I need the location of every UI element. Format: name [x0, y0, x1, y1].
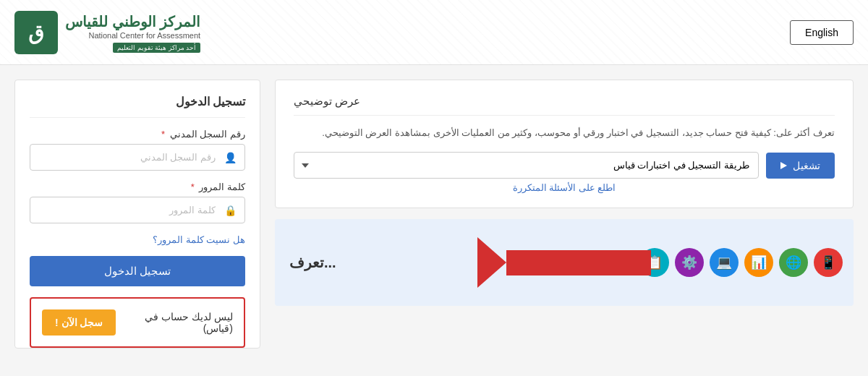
icon-cyan: 📋: [640, 248, 669, 277]
banner-text: ...تعرف: [289, 254, 336, 271]
password-input[interactable]: [30, 197, 245, 223]
person-icon: 👤: [224, 152, 237, 163]
login-title: تسجيل الدخول: [30, 95, 245, 118]
login-box: تسجيل الدخول رقم السجل المدني * 👤 كلمة ا…: [14, 80, 260, 349]
id-label: رقم السجل المدني *: [30, 129, 245, 140]
left-panel: عرض توضيحي تعرف أكثر على: كيفية فتح حساب…: [275, 80, 854, 362]
english-button[interactable]: English: [790, 20, 854, 45]
forgot-password-link[interactable]: هل نسيت كلمة المرور؟: [30, 234, 245, 245]
logo-icon: ق: [14, 11, 58, 54]
demo-title: عرض توضيحي: [294, 95, 835, 116]
logo-area: المركز الوطني للقياس National Center for…: [14, 11, 200, 54]
id-input[interactable]: [30, 144, 245, 171]
password-required-marker: *: [191, 181, 195, 192]
faq-link[interactable]: اطلع على الأسئلة المتكررة: [294, 179, 835, 193]
demo-select[interactable]: طريقة التسجيل في اختبارات قياس: [294, 152, 759, 179]
register-section: ليس لديك حساب في (قياس) سجل الآن !: [30, 297, 245, 348]
logo-arabic-name: المركز الوطني للقياس: [65, 12, 200, 31]
demo-controls: تشغيل طريقة التسجيل في اختبارات قياس: [294, 152, 835, 179]
register-button[interactable]: سجل الآن !: [42, 309, 116, 336]
icon-blue: 💻: [710, 248, 739, 277]
login-button[interactable]: تسجيل الدخول: [30, 256, 245, 286]
icon-orange: 📊: [744, 248, 773, 277]
logo-sub-text: أحد مراكز هيئة تقويم التعليم: [113, 43, 200, 53]
arrow-head: [477, 237, 506, 288]
banner-area: 📱 🌐 📊 💻 ⚙️ 📋 ...تعرف: [275, 219, 854, 306]
main-content: عرض توضيحي تعرف أكثر على: كيفية فتح حساب…: [0, 65, 868, 376]
big-arrow: [477, 237, 651, 288]
logo-text: المركز الوطني للقياس National Center for…: [65, 12, 200, 53]
icon-red: 📱: [814, 248, 843, 277]
lock-icon: 🔒: [224, 205, 237, 216]
id-required-marker: *: [161, 129, 165, 140]
demo-description: تعرف أكثر على: كيفية فتح حساب جديد، التس…: [294, 124, 835, 141]
header: English المركز الوطني للقياس National Ce…: [0, 0, 868, 65]
banner-icons: 📱 🌐 📊 💻 ⚙️ 📋: [629, 237, 854, 288]
svg-text:ق: ق: [28, 22, 44, 45]
password-input-wrapper: 🔒: [30, 197, 245, 223]
play-button[interactable]: تشغيل: [766, 153, 835, 179]
logo-english-name: National Center for Assessment: [65, 31, 200, 40]
demo-box: عرض توضيحي تعرف أكثر على: كيفية فتح حساب…: [275, 80, 854, 208]
id-input-wrapper: 👤: [30, 144, 245, 171]
play-icon: [780, 162, 787, 169]
icon-green: 🌐: [779, 248, 808, 277]
right-panel: تسجيل الدخول رقم السجل المدني * 👤 كلمة ا…: [14, 80, 260, 362]
play-button-label: تشغيل: [793, 160, 820, 171]
register-text: ليس لديك حساب في (قياس): [123, 311, 233, 334]
icon-purple: ⚙️: [675, 248, 704, 277]
password-label: كلمة المرور *: [30, 181, 245, 192]
